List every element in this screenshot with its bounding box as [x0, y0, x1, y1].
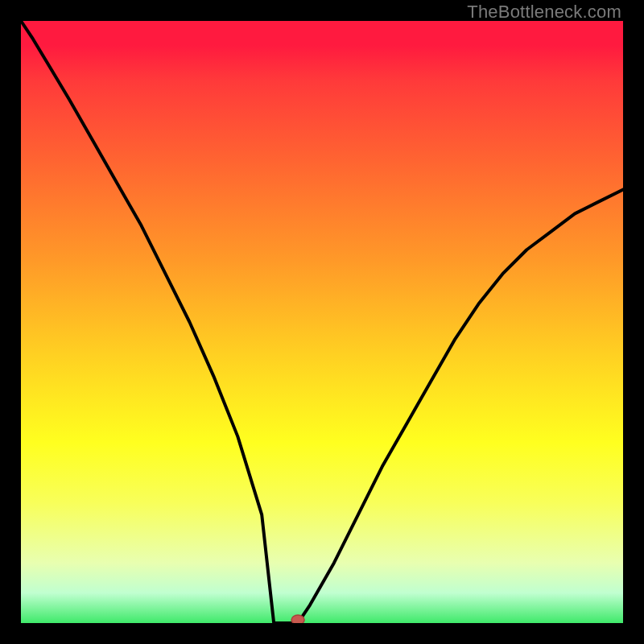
plot-area: [21, 21, 623, 623]
watermark-text: TheBottleneck.com: [467, 2, 621, 23]
optimum-marker: [291, 615, 304, 623]
chart-frame: TheBottleneck.com: [0, 0, 644, 644]
bottleneck-curve: [21, 21, 623, 623]
curve-layer: [21, 21, 623, 623]
